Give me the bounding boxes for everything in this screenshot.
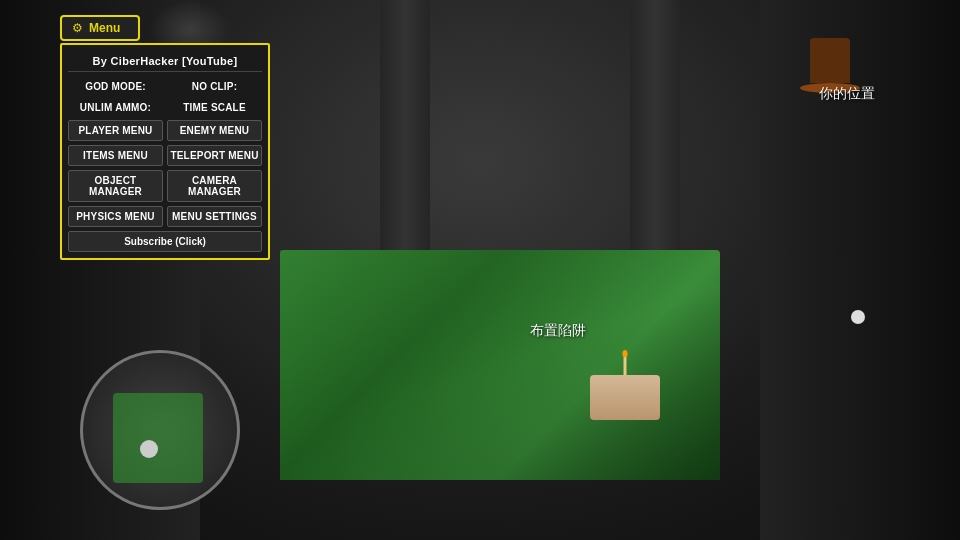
player-indicator bbox=[851, 310, 865, 324]
object-manager-button[interactable]: Object Manager bbox=[68, 170, 163, 202]
minimap bbox=[80, 350, 240, 510]
no-clip-label: No Clip: bbox=[167, 78, 262, 95]
row-items-teleport: Items Menu Teleport Menu bbox=[68, 145, 262, 166]
player-menu-button[interactable]: Player Menu bbox=[68, 120, 163, 141]
cake-flame bbox=[623, 350, 628, 357]
menu-settings-button[interactable]: Menu Settings bbox=[167, 206, 262, 227]
cheat-menu-panel: ⚙ Menu By CiberHacker [YouTube] God Mode… bbox=[60, 15, 270, 260]
unlim-ammo-label: Unlim Ammo: bbox=[68, 99, 163, 116]
green-cloth bbox=[280, 250, 720, 480]
row-player-enemy: Player Menu Enemy Menu bbox=[68, 120, 262, 141]
items-menu-button[interactable]: Items Menu bbox=[68, 145, 163, 166]
enemy-menu-button[interactable]: Enemy Menu bbox=[167, 120, 262, 141]
minimap-green-area bbox=[113, 393, 203, 483]
row-physics-settings: Physics Menu Menu Settings bbox=[68, 206, 262, 227]
position-label: 你的位置 bbox=[819, 85, 875, 103]
deploy-label: 布置陷阱 bbox=[530, 322, 586, 340]
subscribe-button[interactable]: Subscribe (Click) bbox=[68, 231, 262, 252]
row-god-noclip: God Mode: No Clip: bbox=[68, 78, 262, 95]
row-ammo-timescale: Unlim Ammo: Time Scale bbox=[68, 99, 262, 116]
gear-icon: ⚙ bbox=[72, 21, 83, 35]
column-left bbox=[380, 0, 430, 280]
cake-body bbox=[590, 375, 660, 420]
hat-top bbox=[810, 38, 850, 83]
menu-tab[interactable]: ⚙ Menu bbox=[60, 15, 140, 41]
row-object-camera: Object Manager Camera Manager bbox=[68, 170, 262, 202]
physics-menu-button[interactable]: Physics Menu bbox=[68, 206, 163, 227]
menu-title: By CiberHacker [YouTube] bbox=[68, 51, 262, 72]
minimap-player-dot bbox=[140, 440, 158, 458]
menu-panel-body: By CiberHacker [YouTube] God Mode: No Cl… bbox=[60, 43, 270, 260]
cake-candle bbox=[624, 357, 627, 375]
camera-manager-button[interactable]: Camera Manager bbox=[167, 170, 262, 202]
teleport-menu-button[interactable]: Teleport Menu bbox=[167, 145, 262, 166]
wall-right bbox=[760, 0, 960, 540]
menu-tab-label: Menu bbox=[89, 21, 120, 35]
time-scale-label: Time Scale bbox=[167, 99, 262, 116]
god-mode-label: God Mode: bbox=[68, 78, 163, 95]
column-right bbox=[630, 0, 680, 260]
cake-object bbox=[590, 375, 660, 420]
